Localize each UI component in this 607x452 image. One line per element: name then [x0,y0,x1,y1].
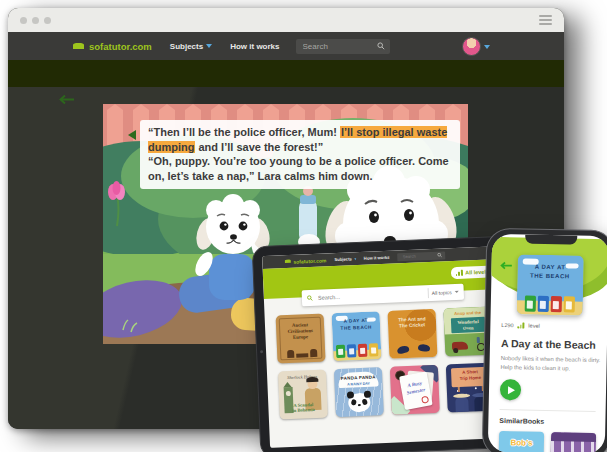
subnav-band [8,60,564,87]
play-icon [508,386,515,394]
phone-mockup: A DAY ATTHE BEACH L290 level A Day at th… [482,228,607,452]
library-search-input[interactable] [316,289,425,302]
book-cover-busy-semester[interactable]: A BusySemester [390,365,440,415]
red-stamp [421,396,429,404]
dialogue-line2: “Oh, puppy. You’re too young to be a pol… [148,154,452,183]
all-topics-dropdown[interactable]: All topics [432,289,452,296]
figures-silhouette [287,347,315,358]
dialogue-post: and I’ll save the forest!” [199,141,324,153]
couch-icon [72,42,85,51]
book-cover-scandal-in-bohemia[interactable]: Sherlock Holmes A Scandalin Bohemia [278,369,328,419]
book-title: A Day at the Beach [501,337,599,351]
couch-icon [284,259,291,264]
book-cover-panda-panda[interactable]: PANDA PANDA A RAINY DAY [334,367,384,417]
search-input[interactable] [400,252,437,261]
back-arrow-icon[interactable] [58,91,75,109]
nav-subjects[interactable]: Subjects [334,256,356,262]
chevron-down-icon [455,291,459,293]
navbar-search-field[interactable] [397,251,445,261]
level-code: L290 [501,322,513,328]
book-cover-day-at-the-beach[interactable]: A DAY ATTHE BEACH [516,254,583,315]
narration-play-marker-icon[interactable] [128,130,136,140]
search-icon [307,295,313,301]
book-detail: L290 level A Day at the Beach Nobody lik… [498,322,599,452]
logo-text[interactable]: sofatutor.com [293,257,326,264]
search-input[interactable] [301,41,377,52]
chevron-down-icon [354,258,356,260]
divider [428,288,429,298]
window-dot-minimize[interactable] [32,17,39,24]
user-menu[interactable] [462,37,490,56]
hamburger-menu-icon[interactable] [539,13,552,26]
similar-books-heading: SimilarBooks [499,417,597,426]
chevron-down-icon [484,45,490,49]
rickshaw [452,342,468,351]
insect-silhouette [418,344,431,353]
sofatutor-logo[interactable]: sofatutor.com [72,41,152,52]
chevron-down-icon [206,44,212,48]
back-arrow-icon[interactable] [499,256,512,274]
search-icon [377,42,385,50]
book-cover-ancient-civilisations[interactable]: AncientCivilisationsEurope [276,314,326,364]
level-label: level [528,323,539,329]
divider [500,409,596,412]
search-icon [437,253,442,258]
tablet-screen: sofatutor.com Subjects How it works [262,246,508,448]
avatar [462,37,481,56]
recycling-bins [524,295,574,312]
navbar-search-field[interactable] [296,39,390,54]
similar-book-cover-forest[interactable] [550,432,596,452]
similar-books-row: Bob’s [498,431,597,452]
play-button[interactable] [500,379,521,400]
level-bars-icon [518,322,525,328]
book-grid: AncientCivilisationsEurope A DAY ATTHE B… [265,306,507,420]
window-dot-zoom[interactable] [44,17,51,24]
book-cover-day-at-the-beach[interactable]: A DAY ATTHE BEACH [332,311,382,361]
traveller-figure [455,398,469,413]
book-description: Nobody likes it when the beach is dirty.… [500,354,600,373]
book-cover-ant-and-cricket[interactable]: The Ant andThe Cricket [387,309,437,359]
story-dialogue: “Then I’ll be the police officer, Mum! I… [140,120,460,189]
similar-book-cover-bobs[interactable]: Bob’s [498,431,544,452]
phone-notch [525,234,577,244]
logo-text: sofatutor.com [89,41,152,52]
dialogue-pre: “Then I’ll be the police officer, Mum! [148,126,337,138]
screenshot-stage: sofatutor.com Subjects How it works [0,0,607,452]
tablet-camera-dot [260,350,263,353]
site-navbar: sofatutor.com Subjects How it works [8,32,564,60]
level-row: L290 level [501,322,599,330]
window-dot-close[interactable] [20,17,27,24]
tablet-mockup: sofatutor.com Subjects How it works [252,236,519,452]
browser-chrome-bar [8,8,564,32]
nav-how-it-works[interactable]: How it works [364,255,390,261]
nav-how-it-works[interactable]: How it works [230,42,279,51]
level-bars-icon [456,270,463,276]
nav-subjects[interactable]: Subjects [170,42,212,51]
recycling-bins [336,343,379,358]
insect-silhouette [396,345,409,355]
phone-screen: A DAY ATTHE BEACH L290 level A Day at th… [488,234,607,452]
